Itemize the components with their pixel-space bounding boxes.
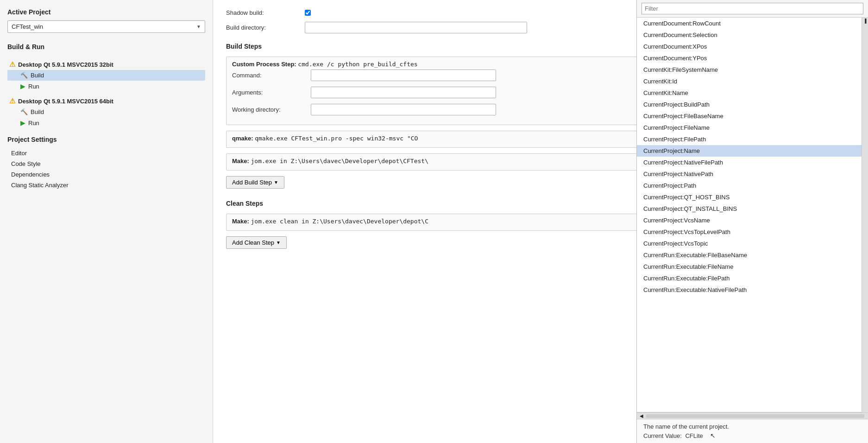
build-label-1: Build [31, 72, 44, 79]
active-project-title: Active Project [7, 8, 205, 16]
build-run-title: Build & Run [7, 43, 205, 51]
kit-name-2: Desktop Qt 5.9.1 MSVC2015 64bit [18, 98, 113, 105]
dropdown-list-item[interactable]: CurrentDocument:Selection [637, 29, 862, 41]
build-icon-2: 🔨 [20, 108, 28, 115]
arguments-input[interactable]: /c python pre_build_cftest_qt.py 32 %{ [311, 87, 496, 98]
dropdown-list-item[interactable]: CurrentProject:Name [637, 145, 862, 157]
working-directory-label: Working directory: [232, 106, 306, 113]
dropdown-list-container: CurrentDocument:RowCountCurrentDocument:… [637, 18, 868, 412]
dropdown-description: The name of the current project. [643, 423, 862, 430]
build-directory-input[interactable]: ..\build-CFTest-Desktop_Qt_5_9_1_MSVC2 [305, 22, 527, 33]
scroll-left-icon[interactable]: ◀ [639, 413, 644, 418]
add-clean-step-arrow-icon: ▼ [276, 240, 281, 245]
kit-item-2[interactable]: ⚠ Desktop Qt 5.9.1 MSVC2015 64bit [7, 95, 205, 107]
shadow-build-checkbox[interactable] [305, 10, 311, 16]
add-build-step-label: Add Build Step [232, 179, 272, 186]
dropdown-list-item[interactable]: CurrentRun:Executable:FileBaseName [637, 249, 862, 261]
dropdown-list-item[interactable]: CurrentKit:FileSystemName [637, 64, 862, 76]
current-value-text: CFLite [685, 432, 703, 439]
dropdown-filter-input[interactable] [642, 3, 863, 14]
add-build-step-button[interactable]: Add Build Step ▼ [226, 176, 284, 189]
dropdown-list-item[interactable]: CurrentProject:VcsName [637, 215, 862, 226]
variable-dropdown-overlay: CurrentDocument:RowCountCurrentDocument:… [636, 0, 868, 443]
chevron-down-icon: ▼ [196, 24, 201, 29]
dropdown-list-item[interactable]: CurrentDocument:RowCount [637, 18, 862, 29]
project-settings-title: Project Settings [7, 136, 205, 143]
sidebar: Active Project CFTest_win ▼ Build & Run … [0, 0, 213, 443]
cursor-icon: ↖ [710, 432, 716, 439]
dropdown-list-item[interactable]: CurrentRun:Executable:FileName [637, 261, 862, 272]
dropdown-list-item[interactable]: CurrentProject:BuildPath [637, 99, 862, 110]
run-label-1: Run [28, 83, 39, 90]
sidebar-item-editor[interactable]: Editor [7, 148, 205, 158]
current-value-label: Current Value: [643, 432, 682, 439]
active-project-dropdown[interactable]: CFTest_win ▼ [7, 20, 205, 33]
dropdown-list-item[interactable]: CurrentProject:VcsTopic [637, 238, 862, 249]
dropdown-current-value: Current Value: CFLite ↖ [643, 432, 862, 439]
active-project-value: CFTest_win [12, 23, 43, 30]
build-icon-1: 🔨 [20, 72, 28, 79]
command-input[interactable]: cmd.exe [311, 70, 496, 81]
sidebar-item-code-style[interactable]: Code Style [7, 158, 205, 169]
shadow-build-label: Shadow build: [226, 9, 300, 16]
dropdown-list-item[interactable]: CurrentProject:FilePath [637, 133, 862, 145]
shadow-build-checkbox-area [305, 10, 311, 16]
run-icon-2: ▶ [20, 119, 25, 127]
horizontal-scrollbar-track [646, 414, 864, 418]
dropdown-list-item[interactable]: CurrentProject:Path [637, 180, 862, 191]
dropdown-list-item[interactable]: CurrentDocument:YPos [637, 52, 862, 64]
dropdown-list-item[interactable]: CurrentDocument:XPos [637, 41, 862, 52]
main-content: Shadow build: Build directory: ..\build-… [213, 0, 868, 443]
dropdown-list-item[interactable]: CurrentKit:Id [637, 76, 862, 87]
kit-item-1[interactable]: ⚠ Desktop Qt 5.9.1 MSVC2015 32bit [7, 59, 205, 70]
dropdown-filter-area [637, 0, 868, 18]
kit-name-1: Desktop Qt 5.9.1 MSVC2015 32bit [18, 61, 113, 68]
dropdown-list-item[interactable]: CurrentRun:Executable:FilePath [637, 272, 862, 284]
sidebar-item-clang-static-analyzer[interactable]: Clang Static Analyzer [7, 180, 205, 190]
dropdown-scrollbar[interactable]: ▐ [862, 18, 868, 412]
working-directory-input[interactable]: %{CurrentProject:Path}\..\.. [311, 104, 496, 115]
dropdown-list: CurrentDocument:RowCountCurrentDocument:… [637, 18, 862, 412]
command-label: Command: [232, 72, 306, 79]
scrollbar-thumb: ▐ [863, 19, 866, 23]
add-clean-step-label: Add Clean Step [232, 239, 274, 246]
run-icon-1: ▶ [20, 82, 25, 90]
run-label-2: Run [28, 120, 39, 127]
dropdown-footer: The name of the current project. Current… [637, 419, 868, 443]
dropdown-list-item[interactable]: CurrentProject:VcsTopLevelPath [637, 226, 862, 238]
run-item-1[interactable]: ▶ Run [7, 81, 205, 92]
build-item-2[interactable]: 🔨 Build [7, 107, 205, 117]
dropdown-list-item[interactable]: CurrentProject:NativePath [637, 168, 862, 180]
dropdown-list-item[interactable]: CurrentKit:Name [637, 87, 862, 99]
build-directory-label: Build directory: [226, 24, 300, 31]
horizontal-scrollbar[interactable]: ◀ [637, 412, 868, 419]
build-label-2: Build [31, 108, 44, 115]
dropdown-list-item[interactable]: CurrentProject:FileName [637, 122, 862, 133]
dropdown-list-item[interactable]: CurrentProject:NativeFilePath [637, 157, 862, 168]
warning-icon-1: ⚠ [9, 60, 15, 69]
dropdown-list-item[interactable]: CurrentProject:FileBaseName [637, 110, 862, 122]
add-clean-step-button[interactable]: Add Clean Step ▼ [226, 236, 287, 249]
dropdown-list-item[interactable]: CurrentRun:Executable:NativeFilePath [637, 284, 862, 296]
add-build-step-arrow-icon: ▼ [274, 180, 278, 185]
build-item-1[interactable]: 🔨 Build [7, 70, 205, 81]
dropdown-list-item[interactable]: CurrentProject:QT_INSTALL_BINS [637, 203, 862, 215]
run-item-2[interactable]: ▶ Run [7, 117, 205, 128]
dropdown-list-item[interactable]: CurrentProject:QT_HOST_BINS [637, 191, 862, 203]
arguments-label: Arguments: [232, 89, 306, 96]
warning-icon-2: ⚠ [9, 97, 15, 105]
sidebar-item-dependencies[interactable]: Dependencies [7, 169, 205, 180]
